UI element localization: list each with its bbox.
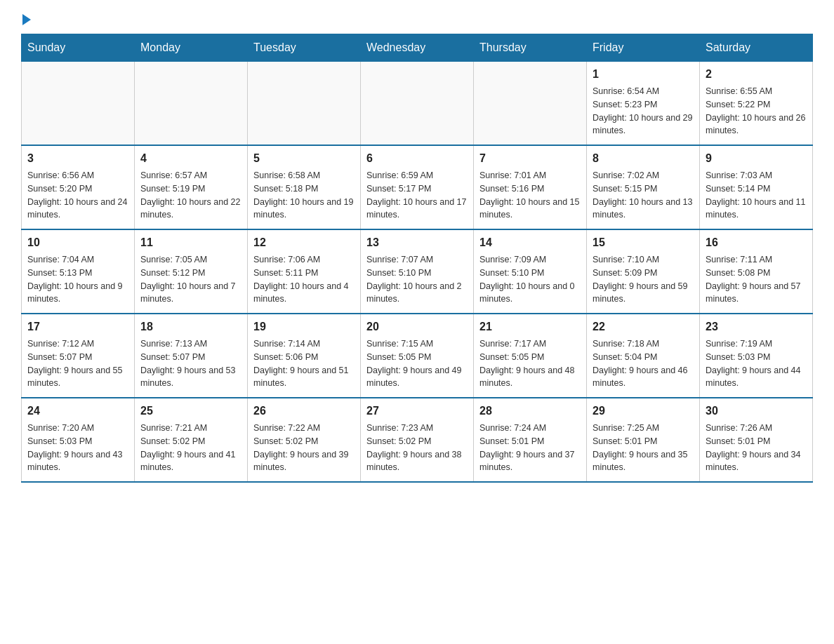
day-info: Sunrise: 7:09 AM — [479, 253, 581, 267]
day-number: 29 — [593, 403, 694, 420]
day-cell: 23Sunrise: 7:19 AMSunset: 5:03 PMDayligh… — [700, 314, 813, 398]
day-number: 8 — [593, 150, 694, 167]
day-number: 2 — [706, 66, 807, 83]
week-row-5: 24Sunrise: 7:20 AMSunset: 5:03 PMDayligh… — [22, 398, 813, 482]
day-cell: 18Sunrise: 7:13 AMSunset: 5:07 PMDayligh… — [135, 314, 248, 398]
day-number: 4 — [140, 150, 241, 167]
day-number: 23 — [706, 318, 807, 335]
day-info: Sunset: 5:01 PM — [479, 435, 581, 448]
day-info: Sunrise: 7:18 AM — [593, 337, 694, 351]
day-cell: 10Sunrise: 7:04 AMSunset: 5:13 PMDayligh… — [22, 229, 135, 314]
day-info: Daylight: 9 hours and 38 minutes. — [366, 448, 468, 475]
day-info: Daylight: 10 hours and 22 minutes. — [140, 196, 241, 222]
day-info: Daylight: 10 hours and 4 minutes. — [253, 280, 355, 307]
week-row-2: 3Sunrise: 6:56 AMSunset: 5:20 PMDaylight… — [22, 145, 813, 229]
day-number: 18 — [140, 318, 241, 335]
day-info: Daylight: 9 hours and 51 minutes. — [253, 364, 355, 391]
calendar-table: SundayMondayTuesdayWednesdayThursdayFrid… — [21, 34, 813, 483]
day-info: Daylight: 9 hours and 35 minutes. — [593, 448, 694, 475]
day-info: Sunrise: 7:24 AM — [479, 422, 581, 435]
day-info: Sunrise: 7:12 AM — [27, 337, 128, 351]
header-cell-wednesday: Wednesday — [361, 34, 474, 62]
header-row: SundayMondayTuesdayWednesdayThursdayFrid… — [22, 34, 813, 62]
calendar-body: 1Sunrise: 6:54 AMSunset: 5:23 PMDaylight… — [22, 62, 813, 483]
day-info: Daylight: 9 hours and 37 minutes. — [479, 448, 581, 475]
day-info: Sunrise: 7:06 AM — [253, 253, 355, 267]
day-cell: 21Sunrise: 7:17 AMSunset: 5:05 PMDayligh… — [474, 314, 587, 398]
day-cell: 15Sunrise: 7:10 AMSunset: 5:09 PMDayligh… — [587, 229, 700, 314]
day-info: Daylight: 10 hours and 13 minutes. — [593, 196, 694, 222]
week-row-3: 10Sunrise: 7:04 AMSunset: 5:13 PMDayligh… — [22, 229, 813, 314]
day-info: Sunset: 5:13 PM — [27, 267, 128, 280]
day-number: 14 — [479, 234, 581, 251]
day-info: Daylight: 9 hours and 39 minutes. — [253, 448, 355, 475]
day-number: 1 — [593, 66, 694, 83]
day-cell: 14Sunrise: 7:09 AMSunset: 5:10 PMDayligh… — [474, 229, 587, 314]
day-info: Daylight: 9 hours and 53 minutes. — [140, 364, 241, 391]
day-info: Sunset: 5:19 PM — [140, 182, 241, 196]
day-number: 25 — [140, 403, 241, 420]
day-info: Sunset: 5:17 PM — [366, 182, 468, 196]
week-row-1: 1Sunrise: 6:54 AMSunset: 5:23 PMDaylight… — [22, 62, 813, 146]
day-cell: 25Sunrise: 7:21 AMSunset: 5:02 PMDayligh… — [135, 398, 248, 482]
day-info: Daylight: 9 hours and 55 minutes. — [27, 364, 128, 391]
day-number: 28 — [479, 403, 581, 420]
day-info: Sunset: 5:10 PM — [479, 267, 581, 280]
day-info: Daylight: 9 hours and 49 minutes. — [366, 364, 468, 391]
day-info: Sunset: 5:16 PM — [479, 182, 581, 196]
day-number: 7 — [479, 150, 581, 167]
day-cell: 4Sunrise: 6:57 AMSunset: 5:19 PMDaylight… — [135, 145, 248, 229]
header-cell-tuesday: Tuesday — [248, 34, 361, 62]
day-number: 20 — [366, 318, 468, 335]
day-cell: 30Sunrise: 7:26 AMSunset: 5:01 PMDayligh… — [700, 398, 813, 482]
day-info: Sunset: 5:01 PM — [706, 435, 807, 448]
day-number: 24 — [27, 403, 128, 420]
day-info: Sunrise: 7:10 AM — [593, 253, 694, 267]
day-info: Sunrise: 7:13 AM — [140, 337, 241, 351]
day-info: Daylight: 9 hours and 59 minutes. — [593, 280, 694, 307]
day-cell: 8Sunrise: 7:02 AMSunset: 5:15 PMDaylight… — [587, 145, 700, 229]
day-info: Sunset: 5:07 PM — [27, 351, 128, 364]
header-cell-saturday: Saturday — [700, 34, 813, 62]
day-number: 5 — [253, 150, 355, 167]
day-info: Daylight: 10 hours and 0 minutes. — [479, 280, 581, 307]
day-info: Sunset: 5:03 PM — [706, 351, 807, 364]
day-number: 3 — [27, 150, 128, 167]
day-info: Sunset: 5:05 PM — [366, 351, 468, 364]
day-info: Sunrise: 7:15 AM — [366, 337, 468, 351]
day-info: Sunset: 5:01 PM — [593, 435, 694, 448]
day-info: Sunset: 5:09 PM — [593, 267, 694, 280]
day-info: Sunrise: 6:57 AM — [140, 169, 241, 182]
day-info: Sunrise: 7:02 AM — [593, 169, 694, 182]
day-cell: 29Sunrise: 7:25 AMSunset: 5:01 PMDayligh… — [587, 398, 700, 482]
day-info: Sunset: 5:22 PM — [706, 98, 807, 112]
day-info: Daylight: 10 hours and 24 minutes. — [27, 196, 128, 222]
day-number: 12 — [253, 234, 355, 251]
day-info: Daylight: 9 hours and 44 minutes. — [706, 364, 807, 391]
calendar-header: SundayMondayTuesdayWednesdayThursdayFrid… — [22, 34, 813, 62]
logo — [21, 14, 31, 27]
day-cell: 9Sunrise: 7:03 AMSunset: 5:14 PMDaylight… — [700, 145, 813, 229]
day-info: Sunrise: 7:03 AM — [706, 169, 807, 182]
day-info: Daylight: 10 hours and 2 minutes. — [366, 280, 468, 307]
day-number: 6 — [366, 150, 468, 167]
day-info: Sunset: 5:06 PM — [253, 351, 355, 364]
day-number: 17 — [27, 318, 128, 335]
day-number: 9 — [706, 150, 807, 167]
day-cell: 20Sunrise: 7:15 AMSunset: 5:05 PMDayligh… — [361, 314, 474, 398]
day-number: 27 — [366, 403, 468, 420]
day-info: Sunset: 5:05 PM — [479, 351, 581, 364]
day-cell: 22Sunrise: 7:18 AMSunset: 5:04 PMDayligh… — [587, 314, 700, 398]
day-info: Sunset: 5:03 PM — [27, 435, 128, 448]
day-info: Sunrise: 6:58 AM — [253, 169, 355, 182]
logo-arrow-icon — [22, 14, 31, 25]
day-number: 16 — [706, 234, 807, 251]
day-cell — [474, 62, 587, 146]
day-number: 30 — [706, 403, 807, 420]
day-info: Sunrise: 7:19 AM — [706, 337, 807, 351]
day-info: Sunset: 5:02 PM — [140, 435, 241, 448]
day-cell — [361, 62, 474, 146]
header-cell-sunday: Sunday — [22, 34, 135, 62]
day-cell — [248, 62, 361, 146]
day-cell: 24Sunrise: 7:20 AMSunset: 5:03 PMDayligh… — [22, 398, 135, 482]
